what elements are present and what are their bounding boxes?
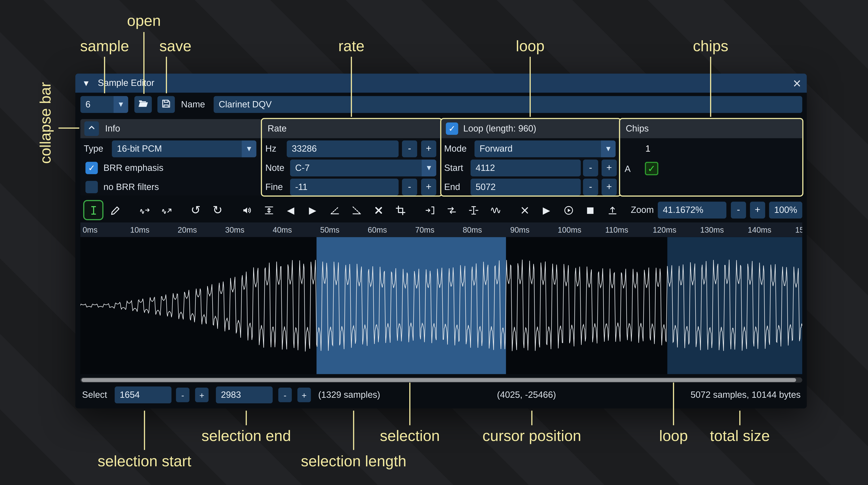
loop-end-plus-button[interactable]: + [601, 179, 617, 195]
toolbar-button-apply-filter[interactable] [486, 201, 504, 219]
annotation-selection-end: selection end [202, 427, 291, 445]
toolbar-button-insert-silence[interactable] [464, 201, 483, 219]
toolbar-button-redo[interactable]: ↻ [209, 201, 226, 219]
loop-start-label: Start [444, 160, 463, 176]
rate-panel-title: Rate [268, 119, 287, 138]
fine-label: Fine [266, 179, 283, 195]
note-select[interactable]: C-7 ▼ [290, 160, 436, 176]
brr-emphasis-checkbox[interactable]: ✓ [85, 162, 98, 174]
annotation-collapse-bar: collapse bar [37, 82, 55, 164]
scrollbar-thumb[interactable] [82, 378, 796, 382]
zoom-label: Zoom [631, 201, 654, 219]
toolbar-button-fade-in[interactable] [326, 201, 344, 219]
toolbar-button-fade-out[interactable] [347, 201, 365, 219]
toolbar-button-discard[interactable] [516, 201, 534, 219]
toolbar-button-undo[interactable]: ↺ [187, 201, 205, 219]
hz-plus-button[interactable]: + [421, 140, 436, 157]
loop-panel-header: ✓ Loop (length: 960) [441, 119, 620, 138]
zoom-input[interactable]: 41.1672% [658, 202, 726, 219]
check-icon: ✓ [88, 163, 95, 173]
open-button[interactable] [134, 96, 152, 113]
window-title: Sample Editor [98, 73, 154, 93]
chip-a-checkbox[interactable]: ✓ [645, 162, 658, 175]
zoom-minus-button[interactable]: - [731, 202, 746, 219]
toolbar-button-paste-mix[interactable] [442, 201, 461, 219]
selection-end-plus-button[interactable]: + [298, 388, 311, 402]
selection-start-input[interactable]: 1654 [115, 386, 172, 403]
loop-start-input[interactable]: 4112 [471, 160, 581, 176]
invert-icon: ▶ [309, 205, 316, 215]
hz-input[interactable]: 33286 [287, 140, 399, 157]
amplify-icon [242, 205, 252, 216]
ruler-tick: 40ms [273, 225, 292, 234]
waveform-scrollbar[interactable] [81, 378, 802, 383]
toolbar-button-resample[interactable] [157, 201, 176, 219]
time-ruler: 0ms10ms20ms30ms40ms50ms60ms70ms80ms90ms1… [81, 222, 802, 237]
ruler-tick: 110ms [605, 225, 628, 234]
window-collapse-icon[interactable]: ▼ [84, 73, 89, 93]
selection-end-input[interactable]: 2983 [216, 386, 273, 403]
loop-end-input[interactable]: 5072 [471, 179, 581, 195]
annotation-line-cursor-position [531, 411, 532, 425]
waveform-area[interactable] [81, 237, 802, 374]
toolbar-button-stop[interactable]: ■ [581, 201, 599, 219]
toolbar-button-amplify[interactable] [238, 201, 256, 219]
name-label: Name [181, 96, 205, 113]
open-folder-icon [138, 98, 148, 111]
loop-start-minus-button[interactable]: - [583, 160, 598, 176]
selection-end-minus-button[interactable]: - [278, 388, 292, 402]
loop-panel: ✓ Loop (length: 960) Mode Forward ▼ Star… [441, 119, 620, 195]
toolbar-button-preview-loop[interactable] [559, 201, 578, 219]
name-input[interactable]: Clarinet DQV [214, 96, 802, 113]
close-icon[interactable]: × [793, 73, 801, 93]
fine-minus-button[interactable]: - [402, 179, 417, 195]
no-brr-filters-checkbox[interactable]: ✓ [85, 181, 98, 193]
insert-silence-icon [468, 205, 479, 216]
annotation-open: open [127, 12, 161, 30]
no-brr-filters-label: no BRR filters [103, 179, 159, 195]
zoom-plus-button[interactable]: + [750, 202, 765, 219]
toolbar-button-reverse[interactable]: ◀ [282, 201, 300, 219]
loop-end-label: End [444, 179, 460, 195]
info-panel: Info Type 16-bit PCM ▼ ✓ BRR emphasis ✓ … [81, 119, 262, 195]
toolbar-button-edit-draw[interactable] [106, 201, 124, 219]
toolbar-button-resize[interactable] [135, 201, 153, 219]
selection-start-plus-button[interactable]: + [195, 388, 209, 402]
toolbar-button-normalize[interactable] [260, 201, 278, 219]
redo-icon: ↻ [213, 204, 222, 216]
loop-mode-select[interactable]: Forward ▼ [474, 140, 616, 157]
fine-plus-button[interactable]: + [421, 179, 436, 195]
loop-end-value: 5072 [476, 182, 496, 192]
sample-select[interactable]: 6 ▼ [81, 96, 128, 113]
annotation-sample: sample [80, 38, 129, 55]
toolbar-button-trim[interactable] [391, 201, 409, 219]
info-panel-header: Info [81, 119, 262, 138]
toolbar-button-preview[interactable]: ▶ [537, 201, 556, 219]
discard-icon [519, 205, 530, 216]
selection-start-minus-button[interactable]: - [176, 388, 190, 402]
toolbar-button-invert[interactable]: ▶ [304, 201, 322, 219]
zoom-reset-button[interactable]: 100% [769, 202, 802, 219]
hz-minus-button[interactable]: - [402, 140, 417, 157]
loop-end-minus-button[interactable]: - [583, 179, 598, 195]
chip-column-header: 1 [646, 140, 650, 157]
loop-start-plus-button[interactable]: + [601, 160, 617, 176]
save-button[interactable] [157, 96, 175, 113]
trim-icon [395, 205, 406, 216]
toolbar-button-paste-replace[interactable] [421, 201, 438, 219]
fine-input[interactable]: -11 [290, 179, 399, 195]
titlebar[interactable]: ▼ Sample Editor × [75, 73, 807, 93]
type-select[interactable]: 16-bit PCM ▼ [112, 140, 256, 157]
toolbar-button-upload[interactable] [603, 201, 621, 219]
toolbar-button-silence[interactable] [369, 201, 388, 219]
edit-draw-icon [110, 205, 121, 216]
collapse-bar-button[interactable] [84, 122, 99, 136]
selection-length-text: (1329 samples) [318, 386, 380, 403]
toolbar-button-edit-select[interactable] [84, 201, 102, 219]
annotation-save: save [159, 38, 191, 55]
resample-icon [161, 205, 172, 216]
loop-checkbox[interactable]: ✓ [446, 123, 458, 135]
chevron-down-icon: ▼ [422, 160, 436, 176]
ruler-tick: 10ms [130, 225, 150, 234]
rate-panel: Rate Hz 33286 - + Note C-7 ▼ Fine -11 - … [262, 119, 441, 195]
